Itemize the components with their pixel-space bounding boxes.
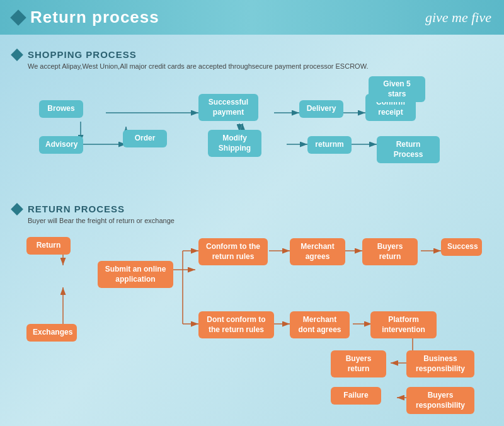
return-flow-area: Return Submit an online application Exch… [13,231,491,426]
main-content: SHOPPING PROCESS We accept Alipay,West U… [0,35,504,426]
box-return: Return [26,237,71,255]
box-platform-intervention: Platform intervention [370,311,437,338]
box-failure: Failure [331,387,381,405]
box-merchant-agrees: Merchant agrees [290,238,345,265]
box-advisory: Advisory [39,136,83,154]
box-browes: Browes [39,100,83,118]
page-title: Return process [13,8,159,27]
box-business-responsibility: Business responsibility [406,350,474,377]
box-order: Order [123,130,167,147]
box-given-5-stars: Given 5 stars [369,76,425,102]
box-merchant-dont-agrees: Merchant dont agrees [290,311,350,338]
shopping-section-header: SHOPPING PROCESS [13,49,491,60]
box-buyers-responsibility: Buyers responsibility [406,387,474,414]
box-delivery: Delivery [299,100,343,118]
return-section-title: RETURN PROCESS [28,204,125,214]
return-diamond-icon [11,203,23,216]
shopping-flow-area: Browes Successful payment Delivery Confi… [13,76,491,202]
return-description: Buyer will Bear the freight of return or… [13,217,491,224]
box-buyers-return-1: Buyers return [362,238,418,265]
box-successful-payment: Successful payment [198,94,258,121]
header-logo: give me five [425,9,491,26]
return-section-header: RETURN PROCESS [13,204,491,214]
header-diamond-icon [10,9,26,25]
box-modify-shipping: Modify Shipping [208,130,261,157]
box-returnm: returnm [307,136,352,154]
box-conform-rules: Conform to the return rules [198,238,268,265]
box-success: Success [441,238,482,256]
shopping-diamond-icon [11,49,23,61]
box-exchanges: Exchanges [26,324,77,342]
box-submit-online: Submit an online application [98,261,173,288]
shopping-section-title: SHOPPING PROCESS [28,49,137,60]
box-buyers-return-2: Buyers return [331,350,386,377]
box-dont-conform-rules: Dont conform to the return rules [198,311,274,338]
box-return-process: Return Process [377,136,440,163]
shopping-description: We accept Alipay,West Union,All major cr… [13,62,491,70]
page-header: Return process give me five [0,0,504,35]
